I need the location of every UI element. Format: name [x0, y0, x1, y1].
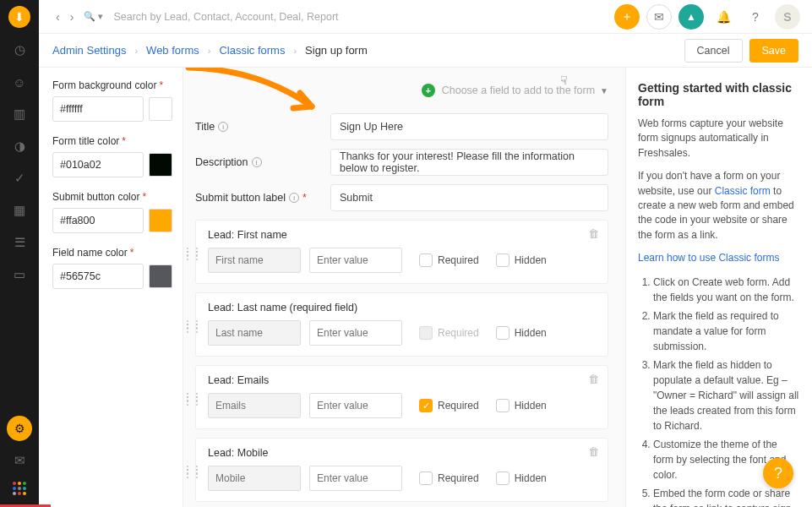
field-color-label: Field name color* [52, 247, 172, 259]
field-name-input[interactable] [208, 320, 301, 346]
user-avatar[interactable]: S [775, 4, 800, 30]
description-label: Descriptioni [195, 156, 330, 168]
help-p1: Web forms capture your website form sign… [638, 117, 800, 161]
help-icon[interactable]: ? [743, 4, 768, 30]
cancel-button[interactable]: Cancel [684, 39, 743, 63]
save-button[interactable]: Save [749, 39, 799, 63]
drag-handle-icon[interactable]: ⋮⋮⋮⋮ [183, 323, 201, 330]
field-placeholder-input[interactable] [309, 466, 402, 491]
drag-handle-icon[interactable]: ⋮⋮⋮⋮ [183, 468, 201, 475]
required-checkbox[interactable]: ✓ [419, 399, 433, 412]
field-card: ⋮⋮⋮⋮ Lead: First name 🗑 Required Hidden [195, 220, 608, 284]
field-header: Lead: Mobile [208, 447, 596, 459]
drag-handle-icon[interactable]: ⋮⋮⋮⋮ [183, 395, 201, 402]
crumb-admin[interactable]: Admin Settings [52, 44, 126, 57]
main-area: Form background color* Form title color*… [39, 68, 812, 507]
field-placeholder-input[interactable] [309, 248, 402, 273]
field-name-input[interactable] [208, 466, 301, 491]
field-color-swatch[interactable] [149, 264, 172, 288]
search-dropdown-icon[interactable]: 🔍 ▾ [79, 11, 108, 22]
nav-phone-icon[interactable]: ▭ [0, 259, 39, 291]
chevron-right-icon: › [126, 46, 146, 56]
hidden-checkbox[interactable] [496, 399, 510, 412]
field-placeholder-input[interactable] [309, 320, 402, 346]
form-builder: + Choose a field to add to the form ▼ ☟ … [183, 68, 626, 507]
notifications-icon[interactable]: 🔔 [711, 4, 736, 30]
bg-color-label: Form background color* [52, 79, 172, 91]
help-step: Embed the form code or share the form as… [653, 486, 800, 507]
required-checkbox[interactable] [419, 254, 433, 267]
add-field-row: + Choose a field to add to the form ▼ ☟ [195, 76, 608, 105]
nav-dashboard-icon[interactable]: ◷ [0, 34, 39, 66]
nav-reports-icon[interactable]: ☰ [0, 226, 39, 259]
nav-tasks-icon[interactable]: ✓ [0, 162, 39, 194]
submit-color-label: Submit button color* [52, 191, 172, 203]
new-button[interactable]: ＋ [614, 4, 640, 30]
app-switcher-icon[interactable]: ▲ [678, 4, 704, 30]
required-label: Required [438, 400, 479, 412]
bg-color-swatch[interactable] [149, 97, 172, 121]
brand-logo[interactable]: ⬇ [0, 0, 39, 34]
nav-deals-icon[interactable]: ◑ [0, 130, 39, 162]
topbar: ‹ › 🔍 ▾ Search by Lead, Contact, Account… [39, 0, 812, 34]
delete-field-icon[interactable]: 🗑 [588, 227, 599, 240]
crumb-classic[interactable]: Classic forms [219, 44, 285, 57]
help-panel: Getting started with classic form Web fo… [626, 68, 812, 507]
submit-label-input[interactable]: Submit [330, 184, 608, 211]
field-placeholder-input[interactable] [309, 393, 402, 418]
required-label: Required [438, 472, 479, 484]
description-input[interactable]: Thanks for your interest! Please fill th… [330, 149, 608, 176]
title-color-input[interactable] [52, 152, 144, 177]
hidden-label: Hidden [515, 400, 547, 412]
chevron-right-icon: › [199, 46, 220, 56]
crumb-webforms[interactable]: Web forms [146, 44, 199, 57]
hidden-checkbox[interactable] [496, 254, 510, 267]
required-label: Required [438, 327, 479, 339]
field-color-input[interactable] [52, 264, 144, 289]
nav-calendar-icon[interactable]: ▦ [0, 194, 39, 226]
required-label: Required [438, 254, 479, 266]
nav-contacts-icon[interactable]: ☺ [0, 66, 39, 98]
hidden-checkbox[interactable] [496, 472, 510, 485]
nav-chat-icon[interactable]: ✉ [0, 448, 39, 473]
help-p2: If you don't have a form on your website… [638, 169, 800, 243]
nav-apps-icon[interactable] [13, 473, 26, 507]
theme-panel: Form background color* Form title color*… [39, 68, 183, 507]
submit-color-input[interactable] [52, 208, 144, 233]
field-header: Lead: Last name (required field) [208, 302, 596, 313]
field-name-input[interactable] [208, 393, 301, 418]
title-color-swatch[interactable] [149, 153, 172, 177]
help-fab-button[interactable]: ? [763, 458, 793, 488]
delete-field-icon[interactable]: 🗑 [588, 373, 599, 385]
submit-label-label: Submit button labeli* [195, 192, 330, 204]
breadcrumb-bar: Admin Settings › Web forms › Classic for… [39, 34, 812, 68]
hidden-checkbox[interactable] [496, 326, 510, 340]
required-checkbox[interactable] [419, 472, 433, 485]
global-search-input[interactable]: Search by Lead, Contact, Account, Deal, … [113, 11, 614, 23]
back-icon[interactable]: ‹ [51, 10, 65, 24]
drag-handle-icon[interactable]: ⋮⋮⋮⋮ [183, 250, 201, 257]
nav-accounts-icon[interactable]: ▥ [0, 98, 39, 130]
mail-icon[interactable]: ✉ [646, 4, 672, 30]
classic-form-link[interactable]: Classic form [715, 185, 771, 197]
add-field-select[interactable]: Choose a field to add to the form ▼ [442, 84, 608, 96]
learn-link[interactable]: Learn how to use Classic forms [638, 252, 779, 264]
left-nav: ⬇ ◷ ☺ ▥ ◑ ✓ ▦ ☰ ▭ ⚙ ✉ [0, 0, 39, 507]
field-name-input[interactable] [208, 248, 301, 273]
forward-icon[interactable]: › [65, 10, 79, 24]
help-step: Mark the field as hidden to populate a d… [653, 357, 800, 433]
nav-settings-icon[interactable]: ⚙ [7, 416, 32, 441]
delete-field-icon[interactable]: 🗑 [588, 445, 599, 458]
bg-color-input[interactable] [52, 96, 144, 122]
help-step: Mark the field as required to mandate a … [653, 308, 800, 354]
help-title: Getting started with classic form [638, 81, 800, 108]
title-input[interactable]: Sign Up Here [330, 113, 608, 140]
submit-color-swatch[interactable] [149, 209, 172, 232]
caret-down-icon: ▼ [600, 86, 608, 95]
add-field-plus-icon[interactable]: + [422, 84, 435, 97]
chevron-right-icon: › [285, 46, 305, 56]
help-step: Click on Create web form. Add the fields… [653, 275, 800, 305]
crumb-current: Sign up form [305, 44, 368, 57]
field-card: ⋮⋮⋮⋮ Lead: Mobile 🗑 Required Hidden [195, 438, 608, 502]
cursor-hand-icon: ☟ [560, 74, 568, 87]
